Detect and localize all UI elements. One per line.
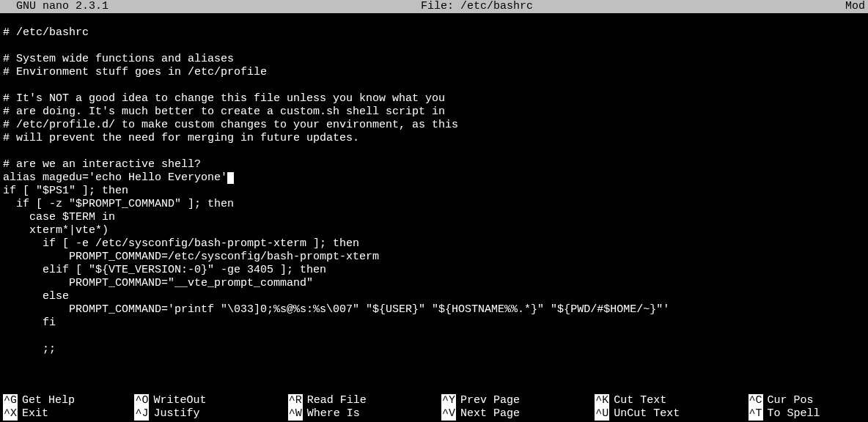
modified-status: Mod: [845, 0, 865, 13]
shortcut-next-page[interactable]: ^VNext Page: [441, 407, 595, 421]
editor-line[interactable]: # Environment stuff goes in /etc/profile: [3, 66, 865, 79]
app-name: GNU nano 2.3.1: [3, 0, 108, 13]
editor-line[interactable]: # are doing. It's much better to create …: [3, 106, 865, 119]
file-path: File: /etc/bashrc: [108, 0, 845, 13]
shortcut-exit[interactable]: ^XExit: [3, 407, 134, 421]
editor-line[interactable]: [3, 40, 865, 53]
shortcut-label: Read File: [307, 394, 367, 407]
shortcut-bar: ^GGet Help^OWriteOut^RRead File^YPrev Pa…: [0, 394, 868, 422]
shortcut-row-1: ^GGet Help^OWriteOut^RRead File^YPrev Pa…: [3, 394, 865, 407]
shortcut-label: Get Help: [22, 394, 75, 407]
shortcut-uncut-text[interactable]: ^UUnCut Text: [595, 407, 748, 421]
shortcut-key: ^V: [441, 407, 456, 421]
shortcut-label: Prev Page: [460, 394, 520, 407]
shortcut-key: ^O: [134, 394, 149, 407]
editor-line[interactable]: # /etc/bashrc: [3, 26, 865, 40]
shortcut-key: ^K: [595, 394, 609, 407]
text-cursor: [227, 172, 234, 184]
shortcut-read-file[interactable]: ^RRead File: [288, 394, 441, 407]
shortcut-to-spell[interactable]: ^TTo Spell: [749, 407, 865, 421]
editor-line[interactable]: PROMPT_COMMAND='printf "\033]0;%s@%s:%s\…: [3, 303, 865, 316]
shortcut-label: Cur Pos: [768, 394, 814, 407]
editor-line[interactable]: if [ -e /etc/sysconfig/bash-prompt-xterm…: [3, 237, 865, 251]
editor-line[interactable]: alias magedu='echo Hello Everyone': [3, 171, 865, 185]
shortcut-key: ^G: [3, 394, 18, 407]
editor-line[interactable]: [3, 330, 865, 343]
shortcut-key: ^R: [288, 394, 303, 407]
editor-line[interactable]: ;;: [3, 343, 865, 356]
shortcut-label: Exit: [22, 407, 48, 421]
shortcut-writeout[interactable]: ^OWriteOut: [134, 394, 287, 407]
editor-line[interactable]: # /etc/profile.d/ to make custom changes…: [3, 119, 865, 132]
editor-line[interactable]: [3, 79, 865, 92]
editor-line[interactable]: [3, 13, 865, 26]
editor-line[interactable]: [3, 145, 865, 158]
shortcut-label: Justify: [153, 407, 199, 421]
shortcut-where-is[interactable]: ^WWhere Is: [288, 407, 441, 421]
shortcut-justify[interactable]: ^JJustify: [134, 407, 287, 421]
shortcut-key: ^J: [134, 407, 149, 421]
shortcut-key: ^C: [749, 394, 763, 407]
editor-line[interactable]: # will prevent the need for merging in f…: [3, 132, 865, 145]
editor-line[interactable]: elif [ "${VTE_VERSION:-0}" -ge 3405 ]; t…: [3, 264, 865, 277]
shortcut-prev-page[interactable]: ^YPrev Page: [441, 394, 595, 407]
editor-line[interactable]: PROMPT_COMMAND=/etc/sysconfig/bash-promp…: [3, 251, 865, 264]
shortcut-cur-pos[interactable]: ^CCur Pos: [749, 394, 865, 407]
shortcut-label: Where Is: [307, 407, 360, 421]
shortcut-label: Cut Text: [614, 394, 666, 407]
editor-line[interactable]: # It's NOT a good idea to change this fi…: [3, 92, 865, 106]
shortcut-key: ^W: [288, 407, 303, 421]
editor-area[interactable]: # /etc/bashrc# System wide functions and…: [0, 13, 868, 393]
shortcut-key: ^Y: [441, 394, 456, 407]
editor-line[interactable]: fi: [3, 316, 865, 330]
editor-line[interactable]: else: [3, 290, 865, 303]
shortcut-get-help[interactable]: ^GGet Help: [3, 394, 134, 407]
shortcut-label: To Spell: [768, 407, 820, 421]
editor-line[interactable]: # System wide functions and aliases: [3, 53, 865, 66]
shortcut-label: Next Page: [460, 407, 520, 421]
shortcut-row-2: ^XExit^JJustify^WWhere Is^VNext Page^UUn…: [3, 407, 865, 421]
shortcut-key: ^U: [595, 407, 609, 421]
shortcut-cut-text[interactable]: ^KCut Text: [595, 394, 748, 407]
editor-line[interactable]: case $TERM in: [3, 211, 865, 224]
editor-line[interactable]: if [ "$PS1" ]; then: [3, 185, 865, 198]
editor-line[interactable]: if [ -z "$PROMPT_COMMAND" ]; then: [3, 198, 865, 211]
editor-line[interactable]: # are we an interactive shell?: [3, 158, 865, 171]
shortcut-key: ^X: [3, 407, 18, 421]
editor-line[interactable]: PROMPT_COMMAND="__vte_prompt_command": [3, 277, 865, 290]
shortcut-key: ^T: [749, 407, 763, 421]
shortcut-label: WriteOut: [153, 394, 206, 407]
title-bar: GNU nano 2.3.1 File: /etc/bashrc Mod: [0, 0, 868, 13]
editor-line[interactable]: xterm*|vte*): [3, 224, 865, 237]
shortcut-label: UnCut Text: [614, 407, 680, 421]
